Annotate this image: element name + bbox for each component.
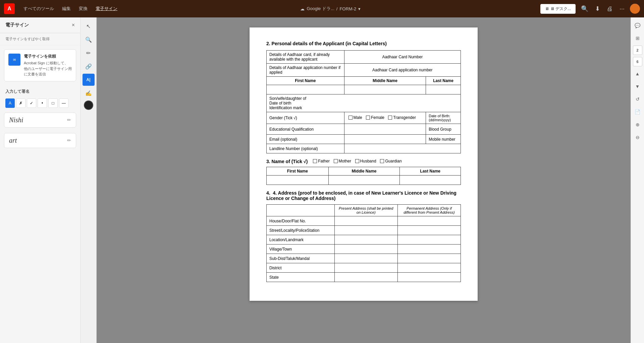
street-present xyxy=(334,226,397,235)
print-button[interactable]: 🖨 xyxy=(605,4,614,14)
aadhaar-app-number-label: Aadhaar Card application number xyxy=(344,64,461,77)
gender-transgender: Transgender xyxy=(388,115,416,120)
scroll-down-button[interactable]: ▼ xyxy=(632,81,643,92)
sidebar-title: 電子サイン xyxy=(5,22,29,28)
blood-label: Blood Group xyxy=(426,124,461,135)
middle-name-cell xyxy=(344,85,426,94)
name-table: First Name Middle Name Last Name xyxy=(266,167,461,185)
village-label: Village/Town xyxy=(267,245,335,254)
address-col2: Present Address (shall be printed on Lic… xyxy=(334,205,397,216)
zoom-in-button[interactable]: ⊕ xyxy=(632,119,643,130)
gender-female: Female xyxy=(366,115,384,120)
name-header-row: First Name Middle Name Last Name xyxy=(267,77,461,85)
subdist-present xyxy=(334,254,397,263)
edu-label: Educational Qualification xyxy=(267,124,344,135)
zoom-out-button[interactable]: ⊖ xyxy=(632,132,643,143)
desktop-icon: 🖥 xyxy=(545,6,549,11)
grid-icon[interactable]: ⊞ xyxy=(632,33,643,44)
sidebar-quick-label: 電子サインをすばやく取得 xyxy=(0,33,80,45)
email-label: Email (optional) xyxy=(267,135,344,144)
address-col3: Permanent Address (Only if different fro… xyxy=(397,205,461,216)
guardian-checkbox[interactable] xyxy=(380,159,384,163)
link-tool[interactable]: 🔗 xyxy=(83,60,95,72)
main-content: 2. Personal details of the Applicant (in… xyxy=(97,17,631,343)
husband-checkbox[interactable] xyxy=(355,159,359,163)
address-row-village: Village/Town xyxy=(267,245,461,254)
email-value xyxy=(344,135,426,144)
mobile-label: Mobile number xyxy=(426,135,461,144)
edit-icon-1[interactable]: ✏ xyxy=(67,117,71,123)
state-label: State xyxy=(267,273,335,282)
transgender-checkbox[interactable] xyxy=(388,116,392,120)
sig-tool-box[interactable]: □ xyxy=(48,98,58,108)
text-tool[interactable]: A| xyxy=(83,74,95,86)
sidebar-header: 電子サイン × xyxy=(0,17,80,33)
search-button[interactable]: 🔍 xyxy=(580,4,590,14)
scroll-up-button[interactable]: ▲ xyxy=(632,68,643,79)
address-row-street: Street/Locality/PoliceStation xyxy=(267,226,461,235)
esign-box-content: 電子サインを依頼 Acrobat Sign に移動して、他のユーザーに電子サイン… xyxy=(24,54,72,77)
subdist-label: Sub-Dist/Taluk/Mandal xyxy=(267,254,335,263)
landline-value xyxy=(344,144,461,153)
doc-icon[interactable]: 📄 xyxy=(632,107,643,117)
sig-tool-line[interactable]: — xyxy=(59,98,68,108)
male-checkbox[interactable] xyxy=(348,116,353,120)
desktop-button[interactable]: 🖥 🖥 デスク... xyxy=(540,4,576,14)
district-present xyxy=(334,263,397,273)
last-name2-cell xyxy=(400,176,461,185)
nav-edit[interactable]: 編集 xyxy=(59,4,74,14)
download-button[interactable]: ⬇ xyxy=(594,4,601,14)
address-header-row: Present Address (shall be printed on Lic… xyxy=(267,205,461,216)
female-checkbox[interactable] xyxy=(366,116,370,120)
pen-tool[interactable]: ✏ xyxy=(83,47,95,59)
mother-checkbox[interactable] xyxy=(334,159,338,163)
district-label: District xyxy=(267,263,335,273)
sidebar-close-button[interactable]: × xyxy=(72,22,75,28)
dob-cell: Date of Birth:(dd/mm/yyyy) xyxy=(426,112,461,124)
father-checkbox[interactable] xyxy=(313,159,317,163)
page-num-6: 6 xyxy=(633,57,642,66)
sig-tool-text[interactable]: A xyxy=(5,98,15,108)
edit-icon-2[interactable]: ✏ xyxy=(67,138,71,143)
name2-header-row: First Name Middle Name Last Name xyxy=(267,167,461,176)
signature-card-1[interactable]: Nishi ✏ xyxy=(4,113,76,128)
first-name2-header: First Name xyxy=(267,167,329,176)
last-name2-header: Last Name xyxy=(400,167,461,176)
address-col1 xyxy=(267,205,335,216)
color-picker[interactable] xyxy=(84,100,93,110)
address-row-district: District xyxy=(267,263,461,273)
cursor-tool[interactable]: ↖ xyxy=(83,20,95,32)
zoom-tool[interactable]: 🔍 xyxy=(83,33,95,46)
cloud-label: Google ドラ... xyxy=(307,6,334,12)
sig-tool-dot[interactable]: • xyxy=(38,98,47,108)
edu-row: Educational Qualification Blood Group xyxy=(267,124,461,135)
nav-all-tools[interactable]: すべてのツール xyxy=(20,4,57,14)
top-bar: A すべてのツール 編集 変換 電子サイン ☁ Google ドラ... / F… xyxy=(0,0,644,17)
relation-options: Father Mother Husband Guardian xyxy=(312,159,403,164)
chevron-down-icon[interactable]: ▾ xyxy=(358,6,361,11)
district-permanent xyxy=(397,263,461,273)
first-name-cell xyxy=(267,85,344,94)
esign-box-desc: Acrobat Sign に移動して、他のユーザーに電子サイン用に文書を送信 xyxy=(24,60,72,77)
highlight-tool[interactable]: ✍ xyxy=(83,87,95,99)
more-button[interactable]: ··· xyxy=(618,4,626,14)
chat-icon[interactable]: 💬 xyxy=(632,20,643,31)
app-logo: A xyxy=(4,3,15,14)
sig-tool-check[interactable]: ✓ xyxy=(27,98,36,108)
street-permanent xyxy=(397,226,461,235)
nav-convert[interactable]: 変換 xyxy=(75,4,91,14)
refresh-button[interactable]: ↺ xyxy=(632,94,643,105)
signature-card-2[interactable]: art ✏ xyxy=(4,133,76,148)
aadhaar-table: Details of Aadhaar card, if already avai… xyxy=(266,50,461,153)
esign-request-box: ✉ 電子サインを依頼 Acrobat Sign に移動して、他のユーザーに電子サ… xyxy=(4,49,76,81)
sig-tool-cross[interactable]: ✗ xyxy=(16,98,25,108)
first-name-header: First Name xyxy=(267,77,344,85)
name-value-row xyxy=(267,85,461,94)
address-row-subdist: Sub-Dist/Taluk/Mandal xyxy=(267,254,461,263)
aadhaar-app-label: Details of Aadhaar application number if… xyxy=(267,64,344,77)
page-num-2: 2 xyxy=(633,46,642,55)
last-name-cell xyxy=(426,85,461,94)
avatar[interactable] xyxy=(630,4,640,14)
village-permanent xyxy=(397,245,461,254)
nav-esign[interactable]: 電子サイン xyxy=(92,4,121,14)
